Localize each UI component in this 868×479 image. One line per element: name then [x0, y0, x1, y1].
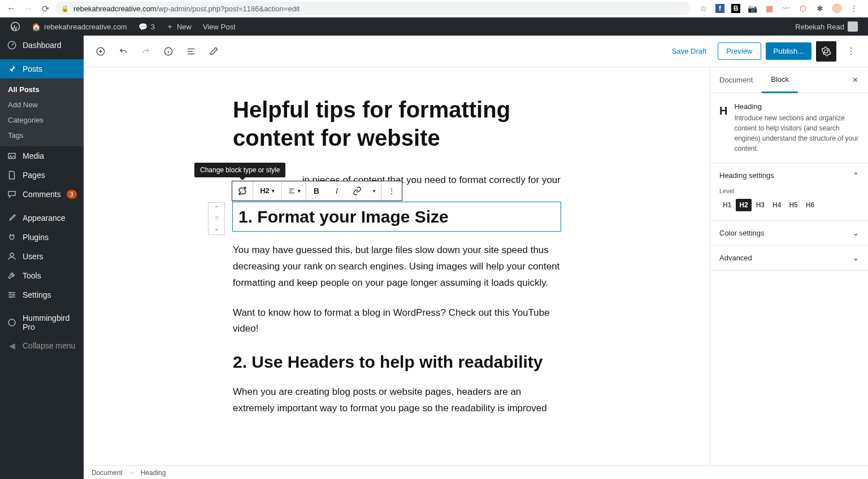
view-post-link[interactable]: View Post: [197, 18, 241, 36]
menu-tools[interactable]: Tools: [0, 266, 84, 285]
outline-button[interactable]: [181, 41, 201, 62]
back-icon[interactable]: ←: [5, 2, 18, 15]
menu-plugins[interactable]: Plugins: [0, 228, 84, 247]
transform-block-button[interactable]: [232, 181, 253, 201]
menu-dashboard[interactable]: Dashboard: [0, 36, 84, 55]
svg-point-6: [13, 294, 15, 296]
more-rich-text-button[interactable]: ▾: [367, 181, 381, 201]
ext-hex-icon[interactable]: ⬡: [798, 3, 808, 14]
pin-icon: [7, 64, 17, 74]
post-title[interactable]: Helpful tips for formatting content for …: [233, 95, 561, 152]
dashboard-icon: [7, 40, 17, 50]
block-card: H Heading Introduce new sections and org…: [710, 93, 868, 163]
menu-posts[interactable]: Posts: [0, 59, 84, 79]
ext-grid-icon[interactable]: ▦: [764, 3, 774, 14]
heading-level-dropdown[interactable]: H2▾: [253, 186, 281, 195]
settings-toggle-button[interactable]: [816, 41, 836, 62]
media-icon: [7, 151, 17, 161]
advanced-panel: Advanced⌄: [710, 246, 868, 271]
paragraph-block[interactable]: When you are creating blog posts or webs…: [233, 384, 561, 417]
heading-level-h3[interactable]: H3: [753, 199, 768, 211]
breadcrumb-item[interactable]: Document: [92, 469, 123, 477]
align-dropdown[interactable]: ▾: [282, 187, 306, 195]
submenu-categories[interactable]: Categories: [0, 112, 84, 128]
save-draft-button[interactable]: Save Draft: [665, 42, 713, 60]
heading-settings-panel: Heading settings⌃ Level H1H2H3H4H5H6: [710, 163, 868, 221]
submenu-add-new[interactable]: Add New: [0, 97, 84, 112]
submenu-all-posts[interactable]: All Posts: [0, 82, 84, 97]
paragraph-block[interactable]: You may have guessed this, but large fil…: [233, 242, 561, 291]
breadcrumb-item[interactable]: Heading: [141, 469, 166, 477]
move-down-button[interactable]: ⌄: [209, 223, 224, 234]
block-more-button[interactable]: ⋮: [381, 181, 402, 201]
color-settings-toggle[interactable]: Color settings⌄: [710, 221, 868, 245]
hummingbird-icon: [7, 317, 17, 328]
italic-button[interactable]: I: [327, 181, 347, 201]
profile-avatar-icon[interactable]: [832, 3, 842, 14]
redo-button[interactable]: [136, 41, 156, 62]
advanced-toggle[interactable]: Advanced⌄: [710, 246, 868, 270]
menu-media[interactable]: Media: [0, 146, 84, 166]
editor-canvas[interactable]: Helpful tips for formatting content for …: [84, 67, 710, 465]
page-icon: [7, 170, 17, 180]
extensions-icon[interactable]: ✱: [815, 3, 825, 14]
menu-users[interactable]: Users: [0, 247, 84, 266]
menu-comments[interactable]: Comments 3: [0, 185, 84, 204]
star-icon[interactable]: ☆: [698, 3, 709, 14]
heading-settings-toggle[interactable]: Heading settings⌃: [710, 163, 868, 188]
submenu-tags[interactable]: Tags: [0, 128, 84, 143]
breadcrumb: Document → Heading: [84, 465, 868, 479]
paragraph-block[interactable]: Want to know how to format a blog in Wor…: [233, 305, 561, 338]
home-icon: 🏠: [32, 23, 41, 31]
editor-toolbar: Save Draft Preview Publish... ⋮: [84, 36, 868, 67]
plug-icon: [7, 232, 17, 242]
ext-buffer-icon[interactable]: B: [731, 4, 740, 13]
more-options-button[interactable]: ⋮: [841, 41, 861, 62]
undo-button[interactable]: [113, 41, 133, 62]
heading-block[interactable]: 2. Use Headers to help with readability: [233, 351, 561, 373]
heading-level-h1[interactable]: H1: [719, 199, 735, 211]
heading-level-h6[interactable]: H6: [802, 199, 818, 211]
url-bar[interactable]: 🔒 rebekahreadcreative.com/wp-admin/post.…: [55, 2, 691, 15]
chevron-up-icon: ⌃: [853, 171, 859, 180]
wp-logo-icon[interactable]: [5, 18, 26, 36]
add-block-button[interactable]: [90, 41, 111, 62]
menu-appearance[interactable]: Appearance: [0, 208, 84, 228]
edit-mode-button[interactable]: [203, 41, 224, 62]
heading-block-selected[interactable]: 1. Format your Image Size: [233, 202, 561, 231]
chevron-down-icon: ⌄: [853, 229, 859, 237]
preview-button[interactable]: Preview: [718, 42, 761, 60]
new-content-link[interactable]: ＋New: [160, 18, 197, 36]
chevron-right-icon: →: [128, 469, 135, 477]
publish-button[interactable]: Publish...: [766, 42, 811, 60]
ext-wave-icon[interactable]: 〰: [781, 3, 791, 14]
menu-collapse[interactable]: ◀Collapse menu: [0, 336, 84, 355]
forward-icon[interactable]: →: [21, 2, 35, 15]
heading-level-h4[interactable]: H4: [769, 199, 784, 211]
tab-document[interactable]: Document: [710, 68, 762, 92]
color-settings-panel: Color settings⌄: [710, 221, 868, 246]
avatar: [848, 21, 858, 32]
link-button[interactable]: [347, 181, 367, 201]
heading-level-h2[interactable]: H2: [736, 199, 751, 211]
block-toolbar: H2▾ ▾ B I ▾ ⋮: [232, 181, 402, 201]
heading-level-h5[interactable]: H5: [785, 199, 801, 211]
menu-hummingbird[interactable]: Hummingbird Pro: [0, 309, 84, 336]
bold-button[interactable]: B: [306, 181, 327, 201]
browser-menu-icon[interactable]: ⋮: [849, 3, 859, 14]
menu-settings[interactable]: Settings: [0, 285, 84, 304]
tab-block[interactable]: Block: [762, 67, 798, 93]
menu-pages[interactable]: Pages: [0, 166, 84, 185]
ext-facebook-icon[interactable]: f: [715, 4, 724, 13]
comments-link[interactable]: 💬3: [133, 18, 160, 36]
site-home-link[interactable]: 🏠rebekahreadcreative.com: [26, 18, 133, 36]
reload-icon[interactable]: ⟳: [38, 2, 52, 15]
user-menu[interactable]: Rebekah Read: [789, 18, 863, 36]
close-settings-button[interactable]: ✕: [847, 72, 863, 89]
block-description: Introduce new sections and organize cont…: [734, 113, 859, 154]
drag-handle-icon[interactable]: ⠿: [209, 214, 224, 223]
move-up-button[interactable]: ⌃: [209, 203, 224, 214]
ext-camera-icon[interactable]: 📷: [747, 3, 757, 14]
settings-tabs: Document Block ✕: [710, 67, 868, 93]
info-button[interactable]: [158, 41, 179, 62]
